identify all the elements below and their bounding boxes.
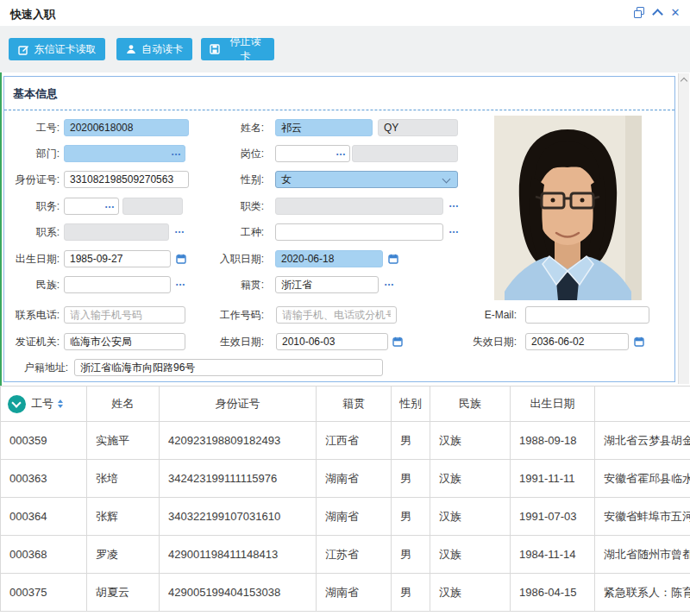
table-cell[interactable]: 湖南省 [317, 574, 392, 612]
table-row[interactable]: 000363张培342423199111115976湖南省男汉族1991-11-… [1, 460, 690, 498]
table-cell[interactable]: 男 [392, 536, 430, 574]
work-phone-input[interactable] [276, 306, 397, 324]
scroll-up-arrow-icon[interactable] [681, 78, 687, 85]
duty-lookup-button[interactable]: … [104, 198, 115, 216]
table-cell[interactable]: 胡夏云 [87, 574, 160, 612]
table-cell[interactable]: 1991-11-11 [511, 460, 595, 498]
table-cell[interactable]: 罗凌 [87, 536, 160, 574]
phone-input[interactable] [64, 306, 185, 324]
restore-window-button[interactable] [631, 5, 647, 20]
table-cell[interactable]: 汉族 [430, 422, 511, 460]
name-input[interactable]: 祁云 [275, 119, 373, 136]
table-cell[interactable]: 000375 [1, 574, 87, 612]
table-cell[interactable]: 000359 [1, 422, 87, 460]
table-cell[interactable]: 汉族 [430, 498, 511, 536]
expiry-date-calendar-button[interactable] [631, 333, 647, 350]
collapse-window-button[interactable] [649, 5, 665, 20]
table-cell[interactable]: 张培 [87, 460, 160, 498]
table-body: 000359实施平420923198809182493江西省男汉族1988-09… [1, 422, 690, 612]
id-number-label: 身份证号: [4, 171, 60, 188]
job-class-lookup-button[interactable]: … [447, 198, 461, 215]
table-cell[interactable]: 汉族 [430, 536, 511, 574]
issuing-authority-input[interactable]: 临海市公安局 [64, 333, 185, 350]
table-cell[interactable]: 420923198809182493 [160, 422, 317, 460]
table-cell[interactable]: 江西省 [317, 422, 392, 460]
chevron-down-circle-icon[interactable] [8, 395, 26, 413]
table-cell[interactable]: 湖南省 [317, 498, 392, 536]
ethnicity-lookup-button[interactable]: … [173, 276, 187, 293]
auto-read-card-button[interactable]: 自动读卡 [116, 38, 192, 60]
table-cell[interactable]: 1991-07-03 [511, 498, 595, 536]
hire-date-calendar-button[interactable] [386, 250, 401, 267]
read-id-card-button[interactable]: 东信证卡读取 [9, 38, 105, 60]
table-header-cell[interactable] [595, 387, 690, 422]
close-window-button[interactable]: ✕ [668, 5, 683, 20]
native-place-lookup-button[interactable]: … [382, 276, 396, 293]
employee-no-input[interactable]: 20200618008 [64, 119, 189, 136]
table-row[interactable]: 000368罗凌429001198411148413江苏省男汉族1984-11-… [1, 536, 690, 574]
table-row[interactable]: 000364张辉340322199107031610湖南省男汉族1991-07-… [1, 498, 690, 536]
native-place-input[interactable]: 浙江省 [275, 276, 379, 293]
table-header-cell[interactable]: 性别 [392, 387, 430, 422]
employee-photo [494, 116, 642, 300]
table-cell[interactable]: 张辉 [87, 498, 160, 536]
table-cell[interactable]: 1988-09-18 [511, 422, 595, 460]
table-row[interactable]: 000359实施平420923198809182493江西省男汉族1988-09… [1, 422, 690, 460]
id-number-input[interactable]: 331082198509270563 [64, 171, 189, 188]
table-header-cell[interactable]: 籍贯 [317, 387, 392, 422]
table-cell[interactable]: 429001198411148413 [160, 536, 317, 574]
table-cell[interactable]: 000368 [1, 536, 87, 574]
table-cell[interactable]: 湖南省 [317, 460, 392, 498]
email-input[interactable] [525, 306, 649, 324]
table-cell[interactable]: 342423199111115976 [160, 460, 317, 498]
work-type-input[interactable] [275, 223, 443, 241]
table-cell[interactable]: 安徽省蚌埠市五河 [595, 498, 690, 536]
table-header-cell[interactable]: 工号 [1, 387, 87, 422]
household-address-input[interactable]: 浙江省临海市向阳路96号 [74, 359, 383, 376]
vertical-scrollbar[interactable] [678, 73, 689, 384]
table-header-cell[interactable]: 出生日期 [511, 387, 595, 422]
table-cell[interactable]: 江苏省 [317, 536, 392, 574]
gender-select[interactable]: 女 [275, 171, 458, 188]
effective-date-input[interactable]: 2010-06-03 [276, 333, 388, 350]
department-input[interactable]: … [64, 145, 185, 162]
work-type-lookup-button[interactable]: … [447, 223, 461, 241]
table-cell[interactable]: 男 [392, 498, 430, 536]
table-cell[interactable]: 汉族 [430, 574, 511, 612]
table-cell[interactable]: 000364 [1, 498, 87, 536]
position-lookup-button[interactable]: … [336, 146, 346, 163]
table-cell[interactable]: 实施平 [87, 422, 160, 460]
department-lookup-button[interactable]: … [171, 146, 181, 163]
ethnicity-input[interactable] [64, 276, 171, 293]
table-row[interactable]: 000375胡夏云429005199404153038湖南省男汉族1986-04… [1, 574, 690, 612]
position-input[interactable]: … [275, 145, 350, 162]
table-header-cell[interactable]: 姓名 [87, 387, 160, 422]
duty-input[interactable]: … [64, 198, 119, 215]
table-cell[interactable]: 1986-04-15 [511, 574, 595, 612]
expiry-date-input[interactable]: 2036-06-02 [525, 333, 629, 350]
stop-read-card-button[interactable]: 停止读卡 [201, 38, 274, 60]
table-cell[interactable]: 1984-11-14 [511, 536, 595, 574]
table-cell[interactable]: 男 [392, 422, 430, 460]
table-cell[interactable]: 安徽省霍邱县临水 [595, 460, 690, 498]
table-cell[interactable]: 紧急联系人：陈育 [595, 574, 690, 612]
sort-toggle-icon[interactable] [58, 399, 63, 408]
table-cell[interactable]: 000363 [1, 460, 87, 498]
email-value [526, 307, 649, 323]
birth-date-calendar-button[interactable] [173, 250, 189, 267]
effective-date-calendar-button[interactable] [390, 333, 405, 350]
job-family-lookup-button[interactable]: … [172, 223, 186, 241]
table-cell[interactable]: 340322199107031610 [160, 498, 317, 536]
table-cell[interactable]: 429005199404153038 [160, 574, 317, 612]
table-header-cell[interactable]: 身份证号 [160, 387, 317, 422]
table-cell[interactable]: 男 [392, 574, 430, 612]
birth-date-input[interactable]: 1985-09-27 [64, 250, 171, 267]
hire-date-input[interactable]: 2020-06-18 [275, 250, 383, 267]
table-cell[interactable]: 湖北省随州市曾都 [595, 536, 690, 574]
table-header-cell[interactable]: 民族 [430, 387, 511, 422]
chevron-up-icon [652, 9, 663, 20]
table-cell[interactable]: 湖北省云梦县胡金 [595, 422, 690, 460]
employee-no-value: 20200618008 [65, 120, 188, 135]
table-cell[interactable]: 男 [392, 460, 430, 498]
table-cell[interactable]: 汉族 [430, 460, 511, 498]
